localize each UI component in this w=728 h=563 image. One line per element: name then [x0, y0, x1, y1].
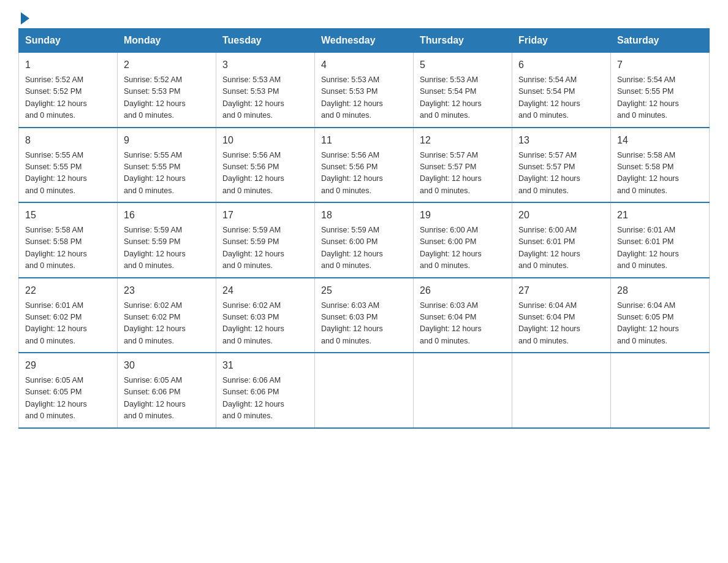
day-number: 13 — [518, 133, 604, 148]
day-number: 17 — [222, 208, 308, 223]
day-number: 16 — [124, 208, 210, 223]
calendar-cell — [414, 353, 512, 428]
calendar-week-row: 8Sunrise: 5:55 AMSunset: 5:55 PMDaylight… — [19, 128, 710, 203]
calendar-cell: 25Sunrise: 6:03 AMSunset: 6:03 PMDayligh… — [315, 278, 414, 353]
day-info: Sunrise: 5:56 AMSunset: 5:56 PMDaylight:… — [321, 150, 407, 197]
day-info: Sunrise: 6:01 AMSunset: 6:01 PMDaylight:… — [617, 224, 703, 272]
day-number: 14 — [617, 133, 703, 148]
day-info: Sunrise: 5:55 AMSunset: 5:55 PMDaylight:… — [124, 150, 210, 197]
day-number: 30 — [124, 358, 210, 373]
calendar-cell: 31Sunrise: 6:06 AMSunset: 6:06 PMDayligh… — [216, 353, 315, 428]
logo-general-text — [18, 12, 29, 25]
calendar-cell: 16Sunrise: 5:59 AMSunset: 5:59 PMDayligh… — [118, 202, 216, 278]
calendar-cell: 21Sunrise: 6:01 AMSunset: 6:01 PMDayligh… — [611, 202, 710, 278]
day-header-tuesday: Tuesday — [216, 29, 315, 53]
day-number: 8 — [25, 133, 111, 148]
day-number: 6 — [518, 58, 604, 72]
calendar-cell: 26Sunrise: 6:03 AMSunset: 6:04 PMDayligh… — [414, 278, 512, 353]
day-header-wednesday: Wednesday — [315, 29, 414, 53]
calendar-cell — [512, 353, 611, 428]
calendar-table: SundayMondayTuesdayWednesdayThursdayFrid… — [18, 28, 710, 429]
day-number: 7 — [617, 58, 703, 72]
calendar-cell — [315, 353, 414, 428]
day-number: 28 — [617, 283, 703, 298]
day-number: 24 — [222, 283, 308, 298]
day-info: Sunrise: 5:59 AMSunset: 5:59 PMDaylight:… — [124, 224, 210, 272]
calendar-cell: 8Sunrise: 5:55 AMSunset: 5:55 PMDaylight… — [19, 128, 118, 203]
day-number: 19 — [420, 208, 506, 223]
day-number: 31 — [222, 358, 308, 373]
calendar-cell: 15Sunrise: 5:58 AMSunset: 5:58 PMDayligh… — [19, 202, 118, 278]
calendar-cell: 6Sunrise: 5:54 AMSunset: 5:54 PMDaylight… — [512, 53, 611, 128]
logo-arrow-icon — [21, 12, 29, 25]
calendar-cell: 1Sunrise: 5:52 AMSunset: 5:52 PMDaylight… — [19, 53, 118, 128]
calendar-cell: 4Sunrise: 5:53 AMSunset: 5:53 PMDaylight… — [315, 53, 414, 128]
day-info: Sunrise: 6:01 AMSunset: 6:02 PMDaylight:… — [25, 300, 111, 348]
calendar-cell: 19Sunrise: 6:00 AMSunset: 6:00 PMDayligh… — [414, 202, 512, 278]
day-header-monday: Monday — [118, 29, 216, 53]
day-header-saturday: Saturday — [611, 29, 710, 53]
day-info: Sunrise: 5:53 AMSunset: 5:54 PMDaylight:… — [420, 74, 506, 122]
calendar-cell: 29Sunrise: 6:05 AMSunset: 6:05 PMDayligh… — [19, 353, 118, 428]
calendar-cell: 7Sunrise: 5:54 AMSunset: 5:55 PMDaylight… — [611, 53, 710, 128]
calendar-week-row: 29Sunrise: 6:05 AMSunset: 6:05 PMDayligh… — [19, 353, 710, 428]
logo — [18, 12, 29, 22]
day-info: Sunrise: 6:02 AMSunset: 6:03 PMDaylight:… — [222, 300, 308, 348]
calendar-cell: 3Sunrise: 5:53 AMSunset: 5:53 PMDaylight… — [216, 53, 315, 128]
calendar-cell: 10Sunrise: 5:56 AMSunset: 5:56 PMDayligh… — [216, 128, 315, 203]
day-info: Sunrise: 5:52 AMSunset: 5:53 PMDaylight:… — [124, 74, 210, 122]
day-number: 18 — [321, 208, 407, 223]
day-info: Sunrise: 6:03 AMSunset: 6:03 PMDaylight:… — [321, 300, 407, 348]
calendar-cell: 17Sunrise: 5:59 AMSunset: 5:59 PMDayligh… — [216, 202, 315, 278]
day-info: Sunrise: 5:53 AMSunset: 5:53 PMDaylight:… — [321, 74, 407, 122]
day-info: Sunrise: 5:54 AMSunset: 5:55 PMDaylight:… — [617, 74, 703, 122]
calendar-week-row: 22Sunrise: 6:01 AMSunset: 6:02 PMDayligh… — [19, 278, 710, 353]
day-info: Sunrise: 6:02 AMSunset: 6:02 PMDaylight:… — [124, 300, 210, 348]
day-number: 5 — [420, 58, 506, 72]
day-info: Sunrise: 6:00 AMSunset: 6:00 PMDaylight:… — [420, 224, 506, 272]
day-info: Sunrise: 5:52 AMSunset: 5:52 PMDaylight:… — [25, 74, 111, 122]
calendar-cell: 24Sunrise: 6:02 AMSunset: 6:03 PMDayligh… — [216, 278, 315, 353]
calendar-cell: 12Sunrise: 5:57 AMSunset: 5:57 PMDayligh… — [414, 128, 512, 203]
calendar-cell: 28Sunrise: 6:04 AMSunset: 6:05 PMDayligh… — [611, 278, 710, 353]
calendar-week-row: 15Sunrise: 5:58 AMSunset: 5:58 PMDayligh… — [19, 202, 710, 278]
day-number: 9 — [124, 133, 210, 148]
day-header-thursday: Thursday — [414, 29, 512, 53]
calendar-cell: 20Sunrise: 6:00 AMSunset: 6:01 PMDayligh… — [512, 202, 611, 278]
calendar-cell: 27Sunrise: 6:04 AMSunset: 6:04 PMDayligh… — [512, 278, 611, 353]
day-info: Sunrise: 5:59 AMSunset: 6:00 PMDaylight:… — [321, 224, 407, 272]
calendar-cell: 5Sunrise: 5:53 AMSunset: 5:54 PMDaylight… — [414, 53, 512, 128]
day-info: Sunrise: 5:57 AMSunset: 5:57 PMDaylight:… — [518, 150, 604, 197]
day-info: Sunrise: 6:05 AMSunset: 6:05 PMDaylight:… — [25, 375, 111, 423]
calendar-cell: 14Sunrise: 5:58 AMSunset: 5:58 PMDayligh… — [611, 128, 710, 203]
day-number: 3 — [222, 58, 308, 72]
day-info: Sunrise: 5:58 AMSunset: 5:58 PMDaylight:… — [617, 150, 703, 197]
calendar-cell: 2Sunrise: 5:52 AMSunset: 5:53 PMDaylight… — [118, 53, 216, 128]
calendar-cell: 13Sunrise: 5:57 AMSunset: 5:57 PMDayligh… — [512, 128, 611, 203]
day-number: 12 — [420, 133, 506, 148]
calendar-cell: 9Sunrise: 5:55 AMSunset: 5:55 PMDaylight… — [118, 128, 216, 203]
day-number: 25 — [321, 283, 407, 298]
day-number: 20 — [518, 208, 604, 223]
page-header — [18, 12, 710, 22]
day-number: 26 — [420, 283, 506, 298]
day-info: Sunrise: 5:53 AMSunset: 5:53 PMDaylight:… — [222, 74, 308, 122]
calendar-cell: 30Sunrise: 6:05 AMSunset: 6:06 PMDayligh… — [118, 353, 216, 428]
day-info: Sunrise: 5:58 AMSunset: 5:58 PMDaylight:… — [25, 224, 111, 272]
day-info: Sunrise: 6:03 AMSunset: 6:04 PMDaylight:… — [420, 300, 506, 348]
calendar-cell: 22Sunrise: 6:01 AMSunset: 6:02 PMDayligh… — [19, 278, 118, 353]
day-number: 4 — [321, 58, 407, 72]
day-info: Sunrise: 6:00 AMSunset: 6:01 PMDaylight:… — [518, 224, 604, 272]
day-number: 1 — [25, 58, 111, 72]
day-info: Sunrise: 5:56 AMSunset: 5:56 PMDaylight:… — [222, 150, 308, 197]
day-info: Sunrise: 5:57 AMSunset: 5:57 PMDaylight:… — [420, 150, 506, 197]
calendar-cell — [611, 353, 710, 428]
day-number: 23 — [124, 283, 210, 298]
day-number: 27 — [518, 283, 604, 298]
calendar-week-row: 1Sunrise: 5:52 AMSunset: 5:52 PMDaylight… — [19, 53, 710, 128]
day-info: Sunrise: 5:54 AMSunset: 5:54 PMDaylight:… — [518, 74, 604, 122]
day-number: 22 — [25, 283, 111, 298]
day-info: Sunrise: 6:05 AMSunset: 6:06 PMDaylight:… — [124, 375, 210, 423]
day-number: 11 — [321, 133, 407, 148]
calendar-cell: 11Sunrise: 5:56 AMSunset: 5:56 PMDayligh… — [315, 128, 414, 203]
